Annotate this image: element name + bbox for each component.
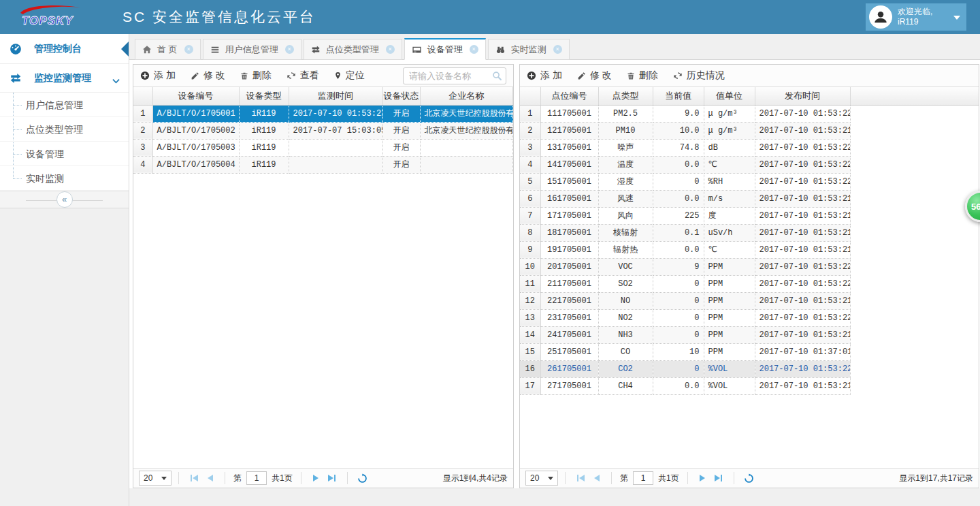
user-menu[interactable]: 欢迎光临, iR119 (866, 3, 966, 31)
button-label: 查看 (300, 69, 319, 82)
table-row[interactable]: 8181705001核辐射0.1uSv/h2017-07-10 01:53:21 (520, 224, 979, 241)
cell: 辐射热 (598, 241, 653, 258)
sidebar-item-console[interactable]: 管理控制台 (0, 34, 129, 64)
locate-button[interactable]: 定位 (334, 69, 365, 82)
table-row[interactable]: 13231705001NO20PPM2017-07-10 01:53:22 (520, 309, 979, 326)
next-page-button[interactable] (313, 475, 318, 481)
view-button[interactable]: 查看 (287, 69, 319, 82)
page-size-select[interactable]: 20 (525, 471, 558, 486)
row-filler (850, 122, 979, 139)
row-number: 8 (520, 224, 540, 241)
cell: 北京凌天世纪控股股份有限 (420, 105, 513, 122)
column-header[interactable]: 值单位 (704, 87, 755, 105)
prev-page-button[interactable] (208, 475, 213, 481)
table-row[interactable]: 3131705001噪声74.8dB2017-07-10 01:53:22 (520, 139, 979, 156)
cell: PPM (704, 292, 755, 309)
close-icon[interactable]: × (470, 45, 478, 54)
cell: PPM (704, 326, 755, 343)
cell: 0 (653, 275, 704, 292)
column-header[interactable]: 监测时间 (289, 87, 382, 105)
table-row[interactable]: 5151705001湿度0%RH2017-07-10 01:53:22 (520, 173, 979, 190)
table-row[interactable]: 11211705001SO20PPM2017-07-10 01:53:22 (520, 275, 979, 292)
table-row[interactable]: 15251705001CO10PPM2017-07-10 01:37:01 (520, 343, 979, 360)
row-number: 9 (520, 241, 540, 258)
prev-page-button[interactable] (594, 475, 600, 481)
cell: PM10 (598, 122, 653, 139)
table-row[interactable]: 14241705001NH30PPM2017-07-10 01:53:21 (520, 326, 979, 343)
tab-user-info[interactable]: 用户信息管理 × (203, 39, 301, 60)
table-row[interactable]: 9191705001辐射热0.0℃2017-07-10 01:53:21 (520, 241, 979, 258)
history-button[interactable]: 历史情况 (673, 69, 725, 82)
table-row[interactable]: 1A/BJLT/O/1705001iR1192017-07-10 01:53:2… (133, 105, 513, 122)
first-page-button[interactable] (577, 475, 585, 481)
table-row[interactable]: 16261705001CO20%VOL2017-07-10 01:53:22 (520, 360, 979, 377)
table-row[interactable]: 6161705001风速0.0m/s2017-07-10 01:53:21 (520, 190, 979, 207)
column-header[interactable]: 当前值 (653, 87, 704, 105)
row-filler (850, 309, 979, 326)
add-button[interactable]: 添 加 (140, 69, 176, 82)
search-icon[interactable] (492, 71, 502, 84)
device-pager: 20 第 共1页 显示1到4,共4记录 (133, 468, 513, 488)
table-row[interactable]: 4A/BJLT/O/1705004iR119开启 (133, 156, 513, 173)
add-button[interactable]: 添 加 (527, 69, 562, 82)
table-row[interactable]: 2A/BJLT/O/1705002iR1192017-07-07 15:03:0… (133, 122, 513, 139)
edit-button[interactable]: 修 改 (577, 69, 612, 82)
close-icon[interactable]: × (285, 45, 294, 54)
cell: 2017-07-10 01:53:21 (755, 190, 850, 207)
last-page-button[interactable] (328, 475, 336, 481)
sidebar-item-point-type[interactable]: 点位类型管理 (0, 117, 129, 142)
sidebar-item-device[interactable]: 设备管理 (0, 142, 129, 166)
table-row[interactable]: 7171705001风向225度2017-07-10 01:53:21 (520, 207, 979, 224)
last-page-button[interactable] (715, 475, 722, 481)
page-number-input[interactable] (246, 471, 267, 485)
tab-label: 用户信息管理 (225, 44, 278, 56)
table-row[interactable]: 17271705001CH40.0%VOL2017-07-10 01:53:21 (520, 377, 979, 394)
delete-button[interactable]: 删除 (240, 69, 272, 82)
row-filler (850, 156, 979, 173)
table-row[interactable]: 1111705001PM2.59.0μ g/m³2017-07-10 01:53… (520, 105, 979, 122)
reload-grid-button[interactable] (357, 473, 368, 484)
column-header[interactable]: 设备状态 (382, 87, 420, 105)
table-header-row: 点位编号点类型当前值值单位发布时间 (520, 87, 979, 105)
column-header[interactable]: 设备编号 (152, 87, 239, 105)
cell: 161705001 (540, 190, 598, 207)
column-header[interactable]: 点位编号 (540, 87, 598, 105)
tab-realtime-monitor[interactable]: 实时监测 × (488, 39, 570, 60)
cell: %RH (704, 173, 755, 190)
cell: 225 (653, 207, 704, 224)
page-number-input[interactable] (633, 471, 653, 485)
button-label: 添 加 (154, 69, 176, 82)
tab-point-type[interactable]: 点位类型管理 × (304, 39, 402, 60)
column-header[interactable]: 发布时间 (755, 87, 850, 105)
button-label: 添 加 (540, 69, 562, 82)
sidebar-item-monitoring[interactable]: 监控监测管理 (0, 64, 129, 93)
close-icon[interactable]: × (184, 45, 193, 54)
reload-grid-button[interactable] (744, 473, 754, 484)
collapse-sidebar-button[interactable]: « (56, 191, 73, 208)
table-row[interactable]: 3A/BJLT/O/1705003iR119开启 (133, 139, 513, 156)
tab-home[interactable]: 首 页 × (135, 39, 201, 60)
delete-button[interactable]: 删除 (627, 69, 658, 82)
close-icon[interactable]: × (553, 45, 562, 54)
active-arrow-icon (121, 42, 129, 57)
search-input[interactable] (403, 67, 506, 84)
tab-device-management[interactable]: 设备管理 × (404, 38, 486, 60)
first-page-button[interactable] (191, 475, 198, 481)
table-row[interactable]: 10201705001VOC9PPM2017-07-10 01:53:22 (520, 258, 979, 275)
row-filler (850, 241, 979, 258)
column-header[interactable]: 设备类型 (239, 87, 289, 105)
cell: %VOL (704, 377, 755, 394)
column-header[interactable]: 企业名称 (420, 87, 513, 105)
cell: VOC (598, 258, 653, 275)
sidebar-item-realtime[interactable]: 实时监测 (0, 166, 129, 191)
next-page-button[interactable] (700, 475, 705, 481)
column-header[interactable]: 点类型 (598, 87, 653, 105)
sidebar-item-user-info[interactable]: 用户信息管理 (0, 93, 129, 117)
page-size-select[interactable]: 20 (139, 471, 172, 486)
table-row[interactable]: 2121705001PM1010.0μ g/m³2017-07-10 01:53… (520, 122, 979, 139)
table-row[interactable]: 12221705001NO0PPM2017-07-10 01:53:21 (520, 292, 979, 309)
table-row[interactable]: 4141705001温度0.0℃2017-07-10 01:53:22 (520, 156, 979, 173)
cell: 271705001 (540, 377, 598, 394)
close-icon[interactable]: × (386, 45, 395, 54)
edit-button[interactable]: 修 改 (191, 69, 225, 82)
